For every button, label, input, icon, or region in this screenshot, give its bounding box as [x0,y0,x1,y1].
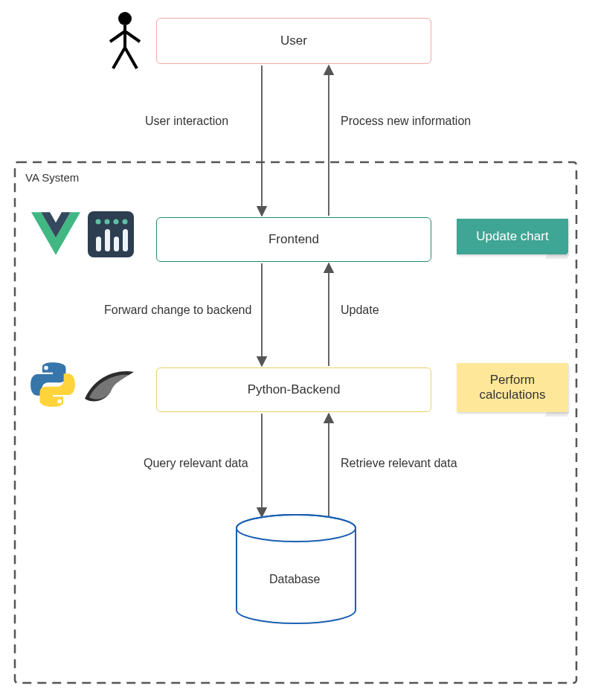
edge-query-data: Query relevant data [144,457,248,470]
sticky-perform-calc: Perform calculations [457,363,568,412]
frontend-node-label: Frontend [268,232,319,247]
svg-point-16 [96,219,101,225]
python-logo-icon [30,362,76,411]
user-node-label: User [280,33,307,48]
plotly-logo-icon [88,211,134,260]
svg-rect-22 [114,237,119,251]
edge-update: Update [341,304,379,317]
sticky-update-chart: Update chart [457,219,568,254]
edge-forward-change: Forward change to backend [104,304,251,317]
svg-line-14 [125,48,137,68]
diagram-connections [0,0,595,700]
container-label: VA System [25,171,79,184]
svg-rect-23 [123,229,128,251]
backend-node: Python-Backend [156,367,431,412]
frontend-node: Frontend [156,217,431,262]
svg-point-9 [118,12,132,25]
backend-node-label: Python-Backend [248,382,341,397]
svg-point-7 [237,515,356,542]
flask-logo-icon [82,367,135,408]
svg-point-19 [123,219,128,225]
svg-rect-20 [96,237,101,251]
sticky-perform-calc-text: Perform calculations [480,373,546,402]
svg-point-17 [105,219,110,225]
person-icon [104,10,146,73]
svg-point-18 [114,219,119,225]
svg-line-13 [113,48,125,68]
svg-line-12 [125,31,140,42]
user-node: User [156,18,431,64]
svg-point-8 [237,515,356,542]
vue-logo-icon [31,212,80,258]
svg-rect-21 [105,229,110,251]
svg-line-11 [110,31,125,42]
database-node-label: Database [269,573,321,586]
architecture-diagram: User VA System Frontend Update chart [0,0,595,700]
edge-process-new-info: Process new information [341,115,471,128]
sticky-update-chart-text: Update chart [476,229,548,244]
edge-user-interaction: User interaction [145,115,228,128]
edge-retrieve-data: Retrieve relevant data [341,457,457,470]
